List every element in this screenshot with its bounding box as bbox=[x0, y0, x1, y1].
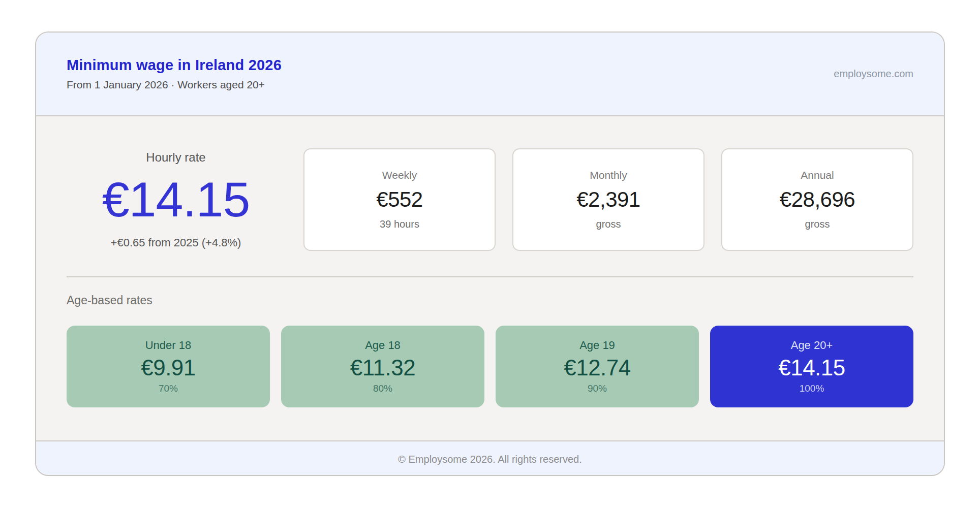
age-tile-percent: 90% bbox=[496, 383, 699, 394]
card-footer: © Employsome 2026. All rights reserved. bbox=[36, 440, 944, 476]
age-tile-18: Age 18 €11.32 80% bbox=[281, 326, 484, 407]
age-rate-tiles: Under 18 €9.91 70% Age 18 €11.32 80% Age… bbox=[67, 326, 913, 407]
age-tile-19: Age 19 €12.74 90% bbox=[496, 326, 699, 407]
section-divider bbox=[67, 276, 913, 277]
period-card-value: €2,391 bbox=[513, 187, 703, 212]
age-tile-label: Age 18 bbox=[281, 339, 484, 352]
period-card-label: Annual bbox=[722, 169, 912, 181]
age-tile-percent: 70% bbox=[67, 383, 270, 394]
wage-infographic-card: Minimum wage in Ireland 2026 From 1 Janu… bbox=[35, 31, 945, 476]
period-card-label: Weekly bbox=[304, 169, 495, 181]
page-title: Minimum wage in Ireland 2026 bbox=[67, 57, 282, 74]
age-rates-section-label: Age-based rates bbox=[67, 294, 913, 307]
age-tile-label: Age 20+ bbox=[710, 339, 913, 352]
hourly-rate-change: +€0.65 from 2025 (+4.8%) bbox=[67, 236, 285, 249]
copyright-text: © Employsome 2026. All rights reserved. bbox=[398, 454, 582, 465]
age-tile-under-18: Under 18 €9.91 70% bbox=[67, 326, 270, 407]
age-tile-value: €11.32 bbox=[281, 355, 484, 380]
age-tile-value: €14.15 bbox=[710, 355, 913, 380]
period-card-value: €552 bbox=[304, 187, 495, 212]
period-card-monthly: Monthly €2,391 gross bbox=[512, 148, 705, 251]
age-tile-value: €12.74 bbox=[496, 355, 699, 380]
age-tile-label: Age 19 bbox=[496, 339, 699, 352]
period-card-note: gross bbox=[722, 218, 912, 230]
period-card-label: Monthly bbox=[513, 169, 703, 181]
period-card-note: 39 hours bbox=[304, 218, 495, 230]
period-card-annual: Annual €28,696 gross bbox=[721, 148, 913, 251]
hourly-rate-label: Hourly rate bbox=[67, 150, 285, 165]
period-card-note: gross bbox=[513, 218, 703, 230]
age-tile-percent: 100% bbox=[710, 383, 913, 394]
hourly-rate-block: Hourly rate €14.15 +€0.65 from 2025 (+4.… bbox=[67, 148, 285, 251]
card-header: Minimum wage in Ireland 2026 From 1 Janu… bbox=[36, 33, 944, 116]
age-tile-value: €9.91 bbox=[67, 355, 270, 380]
hourly-rate-value: €14.15 bbox=[67, 175, 285, 224]
header-text-block: Minimum wage in Ireland 2026 From 1 Janu… bbox=[67, 57, 282, 91]
period-cards: Weekly €552 39 hours Monthly €2,391 gros… bbox=[303, 148, 913, 251]
age-tile-label: Under 18 bbox=[67, 339, 270, 352]
rates-row: Hourly rate €14.15 +€0.65 from 2025 (+4.… bbox=[67, 148, 913, 251]
age-tile-percent: 80% bbox=[281, 383, 484, 394]
site-name: employsome.com bbox=[834, 68, 913, 80]
age-tile-20-plus: Age 20+ €14.15 100% bbox=[710, 326, 913, 407]
period-card-value: €28,696 bbox=[722, 187, 912, 212]
main-section: Hourly rate €14.15 +€0.65 from 2025 (+4.… bbox=[36, 116, 944, 440]
period-card-weekly: Weekly €552 39 hours bbox=[303, 148, 496, 251]
page-subtitle: From 1 January 2026 · Workers aged 20+ bbox=[67, 79, 282, 91]
